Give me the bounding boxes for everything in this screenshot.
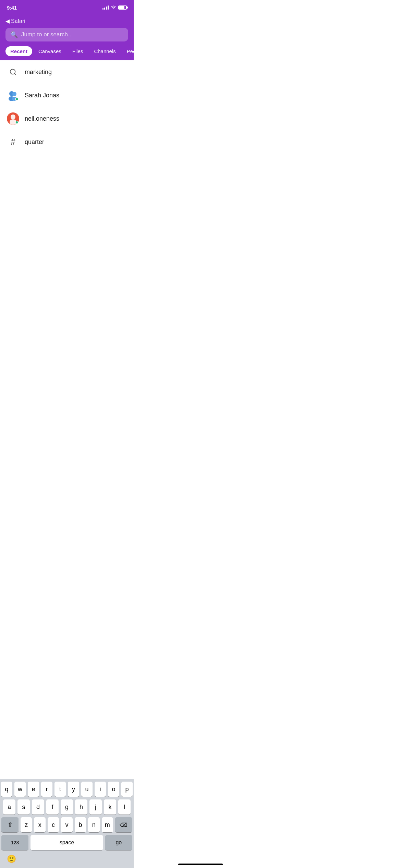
tab-recent[interactable]: Recent xyxy=(5,46,32,56)
svg-point-7 xyxy=(15,98,18,100)
svg-line-1 xyxy=(14,73,16,75)
search-input[interactable]: Jump to or search... xyxy=(21,31,73,38)
result-label: quarter xyxy=(25,138,44,146)
avatar xyxy=(7,112,19,125)
signal-icon xyxy=(102,5,109,10)
search-result-icon xyxy=(7,66,19,78)
wifi-icon xyxy=(111,5,116,10)
back-label: Safari xyxy=(11,18,25,24)
list-item[interactable]: # quarter xyxy=(0,130,134,154)
status-bar: 9:41 xyxy=(0,0,134,15)
result-label: marketing xyxy=(25,69,52,76)
hash-icon: # xyxy=(7,136,19,148)
tab-people[interactable]: People xyxy=(122,46,134,56)
tab-canvases[interactable]: Canvases xyxy=(34,46,66,56)
search-bar[interactable]: 🔍 Jump to or search... xyxy=(5,28,128,41)
status-icons xyxy=(102,5,127,10)
filter-tabs: Recent Canvases Files Channels People xyxy=(0,46,134,60)
list-item[interactable]: Sarah Jonas xyxy=(0,84,134,107)
status-time: 9:41 xyxy=(7,5,17,11)
svg-point-9 xyxy=(11,114,15,119)
battery-icon xyxy=(118,5,127,10)
list-item[interactable]: neil.oneness xyxy=(0,107,134,130)
back-button[interactable]: ◀ Safari xyxy=(5,18,128,24)
tab-files[interactable]: Files xyxy=(68,46,88,56)
svg-point-11 xyxy=(15,121,18,124)
result-label: Sarah Jonas xyxy=(25,92,59,99)
result-label: neil.oneness xyxy=(25,115,59,122)
tab-channels[interactable]: Channels xyxy=(89,46,120,56)
results-list: marketing Sarah Jonas xyxy=(0,60,134,154)
header: ◀ Safari 🔍 Jump to or search... xyxy=(0,15,134,46)
list-item[interactable]: marketing xyxy=(0,60,134,84)
back-arrow-icon: ◀ xyxy=(5,18,10,24)
avatar xyxy=(7,89,19,101)
search-icon: 🔍 xyxy=(10,31,18,38)
svg-point-5 xyxy=(12,92,16,96)
